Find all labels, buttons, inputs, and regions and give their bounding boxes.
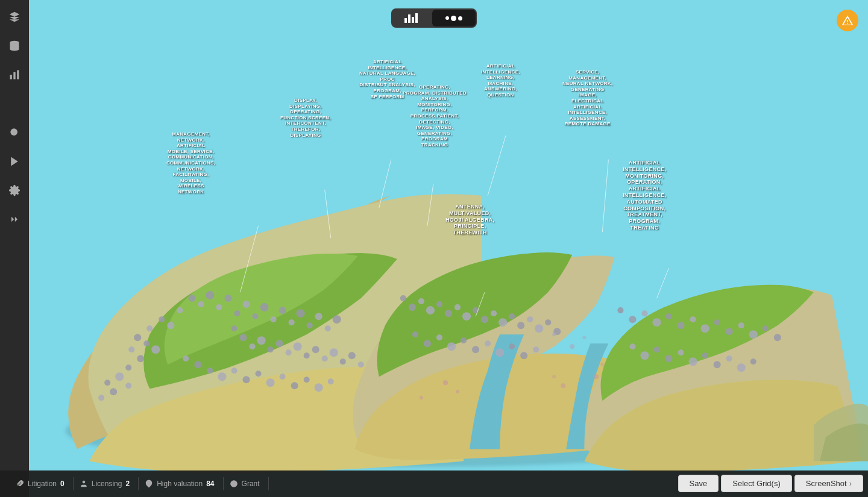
svg-point-99 — [629, 316, 636, 323]
grant-label: Grant — [242, 480, 260, 488]
svg-point-51 — [348, 352, 356, 359]
status-grant[interactable]: Grant — [224, 477, 269, 490]
svg-point-127 — [570, 344, 574, 349]
svg-point-104 — [690, 316, 696, 322]
save-button[interactable]: Save — [678, 475, 719, 492]
svg-point-9 — [188, 295, 195, 302]
svg-point-65 — [328, 378, 334, 384]
svg-point-124 — [456, 390, 459, 393]
svg-point-129 — [600, 363, 604, 366]
svg-point-17 — [253, 313, 259, 319]
svg-point-108 — [738, 322, 744, 328]
svg-point-122 — [750, 358, 756, 364]
svg-point-54 — [194, 361, 201, 368]
svg-point-76 — [462, 312, 471, 320]
svg-point-128 — [582, 336, 586, 339]
svg-point-71 — [418, 298, 424, 304]
svg-point-116 — [678, 349, 684, 355]
status-licensing[interactable]: Licensing 2 — [74, 477, 139, 490]
svg-point-45 — [294, 342, 302, 351]
svg-point-89 — [436, 334, 442, 340]
svg-point-46 — [304, 352, 310, 358]
map-area[interactable]: MANAGEMENT,NETWORK,ARTIFICIALMOBILE, SER… — [29, 0, 868, 497]
svg-point-121 — [737, 363, 746, 372]
svg-point-101 — [652, 318, 661, 327]
svg-point-118 — [702, 352, 708, 358]
svg-point-69 — [400, 295, 406, 301]
svg-point-24 — [315, 313, 322, 320]
svg-point-22 — [297, 309, 305, 317]
svg-point-120 — [726, 355, 732, 361]
litigation-value: 0 — [60, 480, 64, 488]
warning-button[interactable] — [837, 10, 858, 31]
svg-point-84 — [535, 324, 543, 333]
svg-point-92 — [472, 346, 479, 353]
licensing-icon — [80, 480, 88, 488]
high-valuation-label: High valuation — [157, 480, 203, 488]
svg-point-115 — [665, 355, 673, 362]
screenshot-button[interactable]: ScreenShot — [794, 475, 863, 492]
svg-point-117 — [689, 357, 697, 366]
svg-point-64 — [315, 383, 323, 392]
svg-point-20 — [279, 307, 286, 314]
svg-point-50 — [340, 358, 346, 364]
svg-point-55 — [207, 367, 213, 374]
svg-point-91 — [461, 337, 467, 343]
svg-point-67 — [110, 388, 117, 395]
licensing-value: 2 — [125, 480, 130, 488]
svg-point-18 — [260, 303, 269, 311]
svg-point-4 — [10, 128, 17, 136]
svg-point-72 — [426, 306, 435, 314]
svg-point-19 — [271, 316, 277, 322]
svg-point-90 — [447, 342, 456, 351]
svg-point-125 — [420, 396, 423, 399]
svg-point-62 — [291, 382, 298, 389]
svg-point-113 — [640, 351, 649, 360]
sidebar-item-chart[interactable] — [4, 64, 25, 86]
sidebar — [0, 0, 29, 497]
svg-point-60 — [266, 378, 275, 387]
svg-point-123 — [443, 380, 448, 385]
svg-point-114 — [653, 346, 659, 352]
svg-point-21 — [289, 319, 295, 325]
svg-point-80 — [498, 318, 507, 327]
svg-point-53 — [183, 355, 189, 361]
svg-point-130 — [594, 374, 599, 379]
svg-marker-5 — [11, 157, 18, 166]
svg-point-79 — [491, 310, 497, 316]
action-buttons-group: Save Select Grid(s) ScreenShot — [678, 475, 863, 492]
svg-point-37 — [125, 383, 131, 389]
bar-chart-view-button[interactable] — [391, 8, 431, 28]
svg-point-11 — [206, 291, 214, 299]
svg-point-102 — [666, 313, 672, 319]
svg-point-32 — [151, 345, 160, 354]
svg-point-40 — [250, 343, 256, 349]
svg-point-57 — [231, 367, 237, 374]
sidebar-item-layers[interactable] — [4, 6, 25, 28]
svg-point-42 — [268, 346, 274, 352]
svg-point-132 — [561, 383, 565, 388]
sidebar-item-search[interactable] — [4, 122, 25, 143]
status-high-valuation[interactable]: High valuation 84 — [139, 477, 223, 490]
svg-point-98 — [617, 307, 623, 313]
svg-point-126 — [552, 333, 556, 336]
sidebar-item-play[interactable] — [4, 151, 25, 172]
svg-point-61 — [280, 374, 286, 380]
svg-point-97 — [533, 346, 539, 352]
svg-point-33 — [128, 346, 134, 352]
sidebar-item-text[interactable] — [4, 93, 25, 114]
status-litigation[interactable]: Litigation 0 — [10, 477, 74, 490]
svg-point-48 — [322, 355, 328, 361]
svg-point-35 — [125, 364, 131, 370]
sidebar-item-database[interactable] — [4, 35, 25, 57]
svg-point-10 — [198, 301, 204, 307]
select-grid-button[interactable]: Select Grid(s) — [721, 475, 791, 492]
svg-point-12 — [216, 304, 222, 310]
sidebar-item-expand[interactable] — [4, 208, 25, 230]
scatter-view-button[interactable] — [432, 10, 476, 27]
svg-point-78 — [481, 316, 488, 323]
sidebar-item-settings[interactable] — [4, 180, 25, 201]
svg-point-56 — [218, 372, 226, 381]
svg-point-75 — [454, 304, 461, 310]
svg-rect-1 — [10, 75, 12, 80]
